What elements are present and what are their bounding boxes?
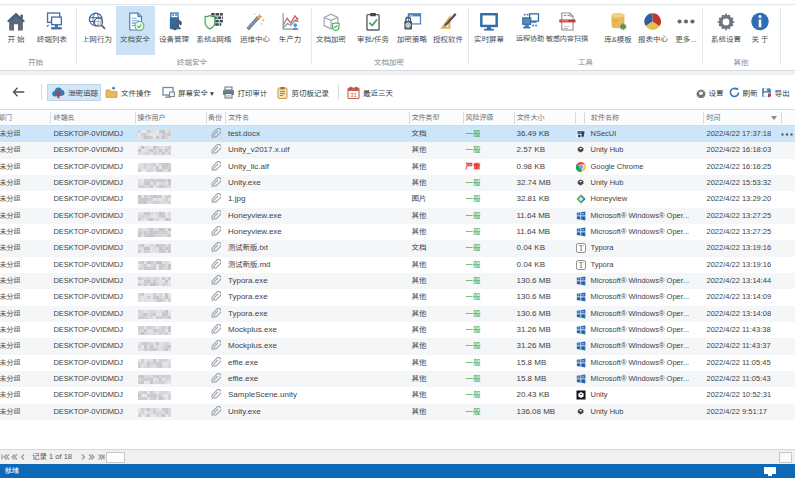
svg-text:T: T [579, 244, 584, 253]
svg-text:T: T [579, 260, 584, 269]
svg-text:31: 31 [350, 92, 357, 98]
